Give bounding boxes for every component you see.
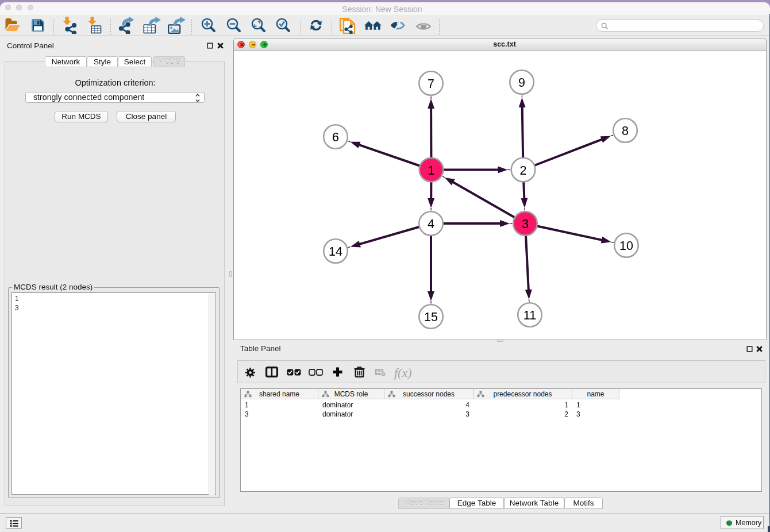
svg-text:14: 14 (329, 245, 342, 259)
svg-text:1: 1 (428, 164, 435, 178)
svg-text:4: 4 (428, 217, 434, 231)
svg-text:6: 6 (332, 130, 339, 144)
svg-text:10: 10 (619, 239, 633, 253)
svg-text:2: 2 (520, 164, 527, 178)
svg-text:8: 8 (622, 124, 629, 138)
svg-text:11: 11 (523, 309, 536, 322)
svg-text:3: 3 (522, 217, 529, 231)
svg-text:9: 9 (518, 76, 525, 90)
svg-text:15: 15 (424, 310, 438, 324)
svg-text:7: 7 (428, 77, 434, 91)
